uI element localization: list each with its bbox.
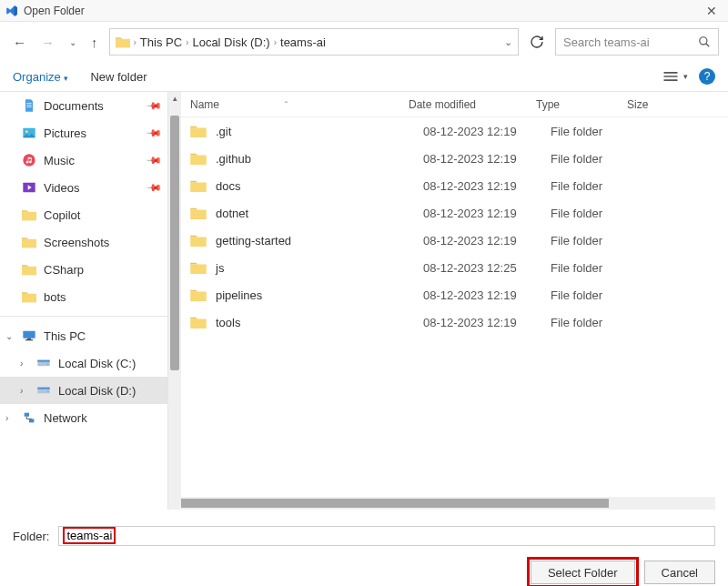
toolbar: Organize ▾ New folder ▾ ? bbox=[0, 62, 728, 91]
column-headers[interactable]: Name⌃ Date modified Type Size bbox=[168, 92, 728, 117]
column-type[interactable]: Type bbox=[536, 98, 627, 111]
file-row[interactable]: docs08-12-2023 12:19File folder bbox=[168, 172, 728, 199]
folder-name-input[interactable]: teams-ai bbox=[58, 526, 715, 546]
file-row[interactable]: dotnet08-12-2023 12:19File folder bbox=[168, 199, 728, 227]
file-name: dotnet bbox=[216, 207, 423, 220]
scroll-thumb[interactable] bbox=[181, 499, 609, 508]
file-type: File folder bbox=[551, 288, 642, 302]
cancel-button[interactable]: Cancel bbox=[644, 561, 715, 584]
sidebar-item-screenshots[interactable]: Screenshots bbox=[0, 228, 167, 256]
tree-item-this-pc[interactable]: ⌄This PC bbox=[0, 322, 167, 349]
tree-item-local-disk-c-[interactable]: ›Local Disk (C:) bbox=[0, 349, 167, 377]
breadcrumb[interactable]: Local Disk (D:) bbox=[192, 35, 269, 49]
back-button[interactable]: ← bbox=[9, 33, 30, 52]
folder-icon bbox=[190, 207, 207, 219]
network-icon bbox=[22, 411, 36, 424]
sidebar-item-label: Music bbox=[44, 154, 75, 167]
file-name: getting-started bbox=[216, 234, 423, 248]
pc-icon bbox=[22, 329, 36, 342]
column-date[interactable]: Date modified bbox=[409, 98, 536, 111]
expand-toggle-icon[interactable]: › bbox=[20, 386, 23, 396]
svg-rect-5 bbox=[23, 331, 35, 338]
file-row[interactable]: js08-12-2023 12:25File folder bbox=[168, 254, 728, 281]
window-title: Open Folder bbox=[24, 5, 85, 17]
view-menu[interactable]: ▾ bbox=[662, 69, 688, 84]
folder-icon bbox=[190, 125, 207, 137]
svg-point-3 bbox=[23, 154, 35, 166]
svg-rect-14 bbox=[25, 413, 29, 417]
file-date: 08-12-2023 12:19 bbox=[423, 234, 551, 248]
organize-menu[interactable]: Organize ▾ bbox=[13, 70, 68, 84]
file-row[interactable]: .git08-12-2023 12:19File folder bbox=[168, 117, 728, 145]
sidebar-item-bots[interactable]: bots bbox=[0, 283, 167, 310]
chevron-right-icon: › bbox=[274, 37, 277, 47]
file-type: File folder bbox=[551, 125, 642, 138]
folder-value-highlight: teams-ai bbox=[63, 527, 116, 544]
pin-icon: 📌 bbox=[145, 124, 162, 141]
documents-icon bbox=[22, 98, 36, 113]
folder-icon bbox=[22, 208, 36, 221]
pictures-icon bbox=[22, 126, 36, 140]
svg-rect-12 bbox=[37, 388, 49, 389]
pin-icon: 📌 bbox=[145, 151, 162, 168]
disk-icon bbox=[36, 357, 51, 369]
sidebar-item-csharp[interactable]: CSharp bbox=[0, 256, 167, 283]
sidebar-item-label: Documents bbox=[44, 99, 104, 113]
address-bar[interactable]: › This PC › Local Disk (D:) › teams-ai ⌄ bbox=[109, 28, 520, 56]
column-size[interactable]: Size bbox=[627, 98, 728, 111]
vertical-scrollbar[interactable]: ▴ bbox=[168, 92, 181, 510]
folder-icon bbox=[22, 263, 36, 276]
divider bbox=[0, 316, 167, 317]
search-input[interactable]: Search teams-ai bbox=[555, 28, 719, 56]
forward-button[interactable]: → bbox=[37, 33, 58, 52]
sidebar-item-label: Videos bbox=[44, 181, 80, 195]
sidebar-item-videos[interactable]: Videos📌 bbox=[0, 174, 167, 201]
file-name: js bbox=[216, 261, 423, 275]
file-row[interactable]: pipelines08-12-2023 12:19File folder bbox=[168, 281, 728, 308]
chevron-down-icon[interactable]: ⌄ bbox=[504, 36, 512, 48]
new-folder-button[interactable]: New folder bbox=[90, 70, 147, 84]
breadcrumb[interactable]: teams-ai bbox=[280, 35, 326, 49]
up-button[interactable]: ↑ bbox=[87, 33, 102, 52]
expand-toggle-icon[interactable]: › bbox=[20, 359, 23, 369]
file-date: 08-12-2023 12:19 bbox=[423, 288, 551, 302]
sidebar-item-copilot[interactable]: Copilot bbox=[0, 201, 167, 228]
horizontal-scrollbar[interactable] bbox=[181, 497, 715, 510]
scroll-up-icon[interactable]: ▴ bbox=[168, 94, 181, 103]
svg-point-13 bbox=[47, 391, 48, 392]
svg-rect-7 bbox=[25, 339, 33, 340]
file-row[interactable]: .github08-12-2023 12:19File folder bbox=[168, 145, 728, 172]
tree-item-label: This PC bbox=[44, 329, 86, 343]
file-name: .git bbox=[216, 125, 423, 138]
bottom-panel: Folder: teams-ai Select Folder Cancel bbox=[0, 510, 728, 586]
close-icon[interactable]: ✕ bbox=[701, 4, 723, 18]
file-date: 08-12-2023 12:19 bbox=[423, 179, 551, 193]
sidebar-item-music[interactable]: Music📌 bbox=[0, 146, 167, 174]
expand-toggle-icon[interactable]: › bbox=[5, 413, 8, 423]
breadcrumb[interactable]: This PC bbox=[140, 35, 182, 49]
sidebar-item-label: CSharp bbox=[44, 263, 84, 277]
folder-icon bbox=[190, 234, 207, 247]
tree-item-local-disk-d-[interactable]: ›Local Disk (D:) bbox=[0, 377, 167, 404]
tree-item-label: Local Disk (D:) bbox=[58, 384, 136, 398]
sort-caret-icon: ⌃ bbox=[283, 100, 289, 108]
history-dropdown[interactable]: ⌄ bbox=[66, 35, 80, 49]
svg-rect-9 bbox=[37, 360, 49, 362]
select-folder-button[interactable]: Select Folder bbox=[531, 561, 635, 584]
tree-item-network[interactable]: ›Network bbox=[0, 404, 167, 431]
scroll-thumb[interactable] bbox=[170, 116, 179, 370]
disk-icon bbox=[36, 384, 51, 397]
help-icon[interactable]: ? bbox=[699, 68, 715, 85]
folder-icon bbox=[190, 316, 207, 328]
refresh-button[interactable] bbox=[526, 35, 548, 49]
column-name[interactable]: Name bbox=[190, 98, 219, 111]
file-list-panel: ▴ Name⌃ Date modified Type Size .git08-1… bbox=[168, 92, 728, 510]
svg-point-0 bbox=[700, 37, 707, 45]
file-row[interactable]: getting-started08-12-2023 12:19File fold… bbox=[168, 227, 728, 254]
file-type: File folder bbox=[551, 152, 642, 166]
sidebar-item-pictures[interactable]: Pictures📌 bbox=[0, 119, 167, 146]
file-type: File folder bbox=[551, 316, 642, 329]
expand-toggle-icon[interactable]: ⌄ bbox=[5, 331, 13, 341]
file-row[interactable]: tools08-12-2023 12:19File folder bbox=[168, 308, 728, 336]
sidebar-item-documents[interactable]: Documents📌 bbox=[0, 92, 167, 119]
